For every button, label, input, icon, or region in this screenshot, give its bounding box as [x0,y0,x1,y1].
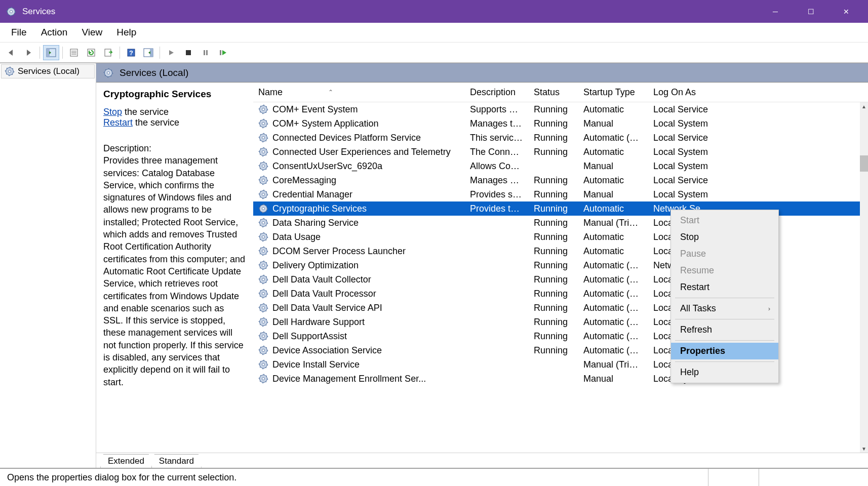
start-service-button[interactable] [163,45,179,60]
help-toolbar-button[interactable]: ? [123,45,139,60]
service-startup: Automatic (De... [578,331,648,342]
service-description: Provides sec... [465,189,529,200]
col-startup-type[interactable]: Startup Type [578,87,648,98]
maximize-button[interactable]: ☐ [793,0,828,23]
menu-action[interactable]: Action [34,24,75,41]
service-status: Running [529,246,578,257]
col-log-on-as[interactable]: Log On As [648,87,860,98]
services-list: Name⌃ Description Status Startup Type Lo… [253,83,868,453]
col-status[interactable]: Status [529,87,578,98]
close-button[interactable]: ✕ [828,0,864,23]
service-startup: Automatic (De... [578,133,648,143]
service-startup: Manual (Trigg... [578,218,648,228]
service-logon: Local System [648,189,860,200]
context-all-tasks[interactable]: All Tasks› [671,300,778,317]
service-description: The Connect... [465,147,529,157]
svg-rect-17 [220,50,221,55]
col-name[interactable]: Name⌃ [253,87,465,98]
description-text: Provides three management services: Cata… [103,154,246,388]
export-list-toolbar-button[interactable] [100,45,116,60]
service-startup: Manual [578,189,648,200]
service-startup: Automatic [578,175,648,186]
vertical-scrollbar[interactable]: ▲ ▼ [860,102,868,453]
details-pane: Cryptographic Services Stop the service … [96,83,253,453]
app-icon [6,7,16,17]
tree-root-services-local[interactable]: Services (Local) [1,64,95,78]
gear-icon [258,274,268,285]
context-separator [675,298,774,298]
forward-button[interactable] [20,45,36,60]
service-name: ConsentUxUserSvc_6920a [272,161,382,172]
service-logon: Local System [648,118,860,129]
service-row[interactable]: Credential ManagerProvides sec...Running… [253,187,868,201]
submenu-arrow-icon: › [768,305,770,312]
service-row[interactable]: Connected User Experiences and Telemetry… [253,145,868,159]
svg-rect-15 [204,50,205,55]
service-description: This service i... [465,133,529,143]
service-startup: Manual (Trigg... [578,359,648,370]
service-startup: Automatic [578,104,648,115]
context-restart[interactable]: Restart [671,279,778,296]
service-logon: Local System [648,161,860,172]
status-seg-3 [759,469,865,486]
service-description: Manages co... [465,175,529,186]
service-startup: Automatic (De... [578,303,648,313]
minimize-button[interactable]: ─ [758,0,793,23]
menu-file[interactable]: File [4,24,34,41]
gear-icon [258,147,268,157]
properties-toolbar-button[interactable] [66,45,82,60]
service-startup: Automatic (De... [578,274,648,285]
service-row[interactable]: CoreMessagingManages co...RunningAutomat… [253,173,868,187]
menu-view[interactable]: View [74,24,109,41]
menu-help[interactable]: Help [109,24,143,41]
service-startup: Automatic (De... [578,289,648,299]
service-row[interactable]: Connected Devices Platform ServiceThis s… [253,131,868,145]
service-name: CoreMessaging [272,175,336,186]
show-hide-tree-button[interactable] [43,45,59,60]
gear-icon [258,374,268,384]
service-status: Running [529,104,578,115]
show-hide-action-pane-button[interactable] [140,45,156,60]
service-status: Running [529,260,578,271]
service-status: Running [529,204,578,214]
service-name: Dell Data Vault Collector [272,274,371,285]
service-startup: Automatic [578,232,648,242]
service-name: Data Usage [272,232,321,242]
service-logon: Local System [648,147,860,157]
back-button[interactable] [3,45,19,60]
service-row[interactable]: ConsentUxUserSvc_6920aAllows Conn...Manu… [253,159,868,173]
gear-icon [258,331,268,341]
scroll-down-icon[interactable]: ▼ [860,444,868,453]
tab-extended[interactable]: Extended [100,454,152,468]
context-properties[interactable]: Properties [671,343,778,359]
gear-icon [258,204,268,214]
scroll-thumb[interactable] [860,155,868,172]
service-status: Running [529,303,578,313]
service-row[interactable]: COM+ System ApplicationManages th...Runn… [253,116,868,131]
context-help[interactable]: Help [671,364,778,381]
service-row[interactable]: COM+ Event SystemSupports Sy...RunningAu… [253,102,868,116]
service-status: Running [529,289,578,299]
status-text: Opens the properties dialog box for the … [3,469,708,486]
stop-service-button[interactable] [180,45,196,60]
pause-service-button[interactable] [198,45,214,60]
context-stop[interactable]: Stop [671,229,778,246]
context-refresh[interactable]: Refresh [671,321,778,338]
selected-service-name: Cryptographic Services [103,89,246,100]
restart-service-button[interactable] [215,45,231,60]
service-name: DCOM Server Process Launcher [272,246,406,257]
context-pause: Pause [671,246,778,262]
svg-rect-9 [105,49,111,56]
service-name: COM+ System Application [272,118,379,129]
service-name: Data Sharing Service [272,218,359,228]
service-description: Provides thr... [465,204,529,214]
col-description[interactable]: Description [465,87,529,98]
gear-icon [258,218,268,228]
stop-link[interactable]: Stop [103,107,122,117]
status-bar: Opens the properties dialog box for the … [0,468,868,486]
scroll-up-icon[interactable]: ▲ [860,102,868,110]
restart-link[interactable]: Restart [103,117,133,128]
refresh-toolbar-button[interactable] [83,45,99,60]
gear-icon [258,246,268,256]
tab-standard[interactable]: Standard [151,454,202,468]
